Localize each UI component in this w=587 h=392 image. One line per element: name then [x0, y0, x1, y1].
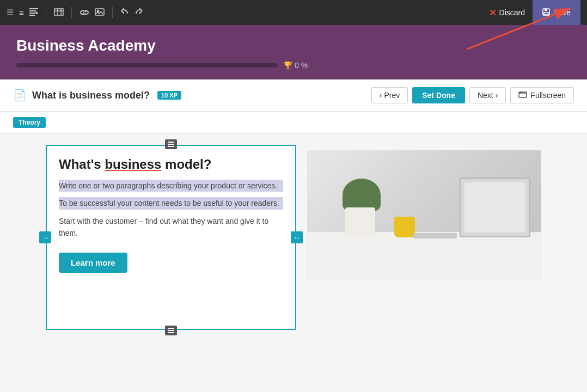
svg-rect-21: [168, 144, 174, 145]
learn-more-button[interactable]: Learn more: [59, 253, 127, 273]
desk-plant-leaves: [343, 179, 381, 211]
lesson-icon: 📄: [13, 89, 27, 102]
svg-rect-0: [29, 8, 38, 9]
xp-badge: 10 XP: [157, 91, 181, 100]
link-icon[interactable]: [80, 8, 89, 17]
block-resize-right[interactable]: ↔: [291, 231, 303, 243]
svg-rect-23: [168, 328, 174, 329]
progress-trophy: 🏆 0 %: [283, 61, 308, 70]
lesson-nav: ‹ Prev Set Done Next › Fullscreen: [371, 87, 574, 103]
desk-plant-pot: [345, 207, 375, 237]
svg-rect-20: [168, 142, 174, 143]
hero-title: Business Academy: [16, 37, 571, 54]
text-block[interactable]: → ↔ What's business model? Write one or …: [46, 145, 296, 330]
content-para-2: To be successful your content needs to b…: [59, 197, 283, 209]
toolbar-icons: ☰ ≡: [7, 7, 477, 18]
text-align-icon[interactable]: [29, 8, 38, 17]
divider-3: [112, 7, 113, 18]
toolbar-actions: ✕ Discard Save: [481, 0, 580, 25]
next-button[interactable]: Next ›: [469, 87, 506, 103]
hero-banner: Business Academy 🏆 0 %: [0, 25, 587, 79]
set-done-label: Set Done: [422, 91, 455, 100]
prev-button[interactable]: ‹ Prev: [371, 87, 408, 103]
lesson-header: 📄 What is business model? 10 XP ‹ Prev S…: [0, 79, 587, 112]
svg-rect-24: [168, 330, 174, 331]
table-icon[interactable]: [54, 8, 64, 17]
progress-label: 0 %: [295, 61, 308, 70]
block-drag-handle-top[interactable]: [165, 139, 177, 149]
list-unordered-icon[interactable]: ☰: [7, 8, 14, 17]
svg-rect-12: [545, 9, 547, 11]
prev-icon: ‹: [380, 91, 382, 100]
fullscreen-button[interactable]: Fullscreen: [510, 87, 574, 103]
discard-label: Discard: [499, 8, 525, 17]
svg-rect-22: [168, 146, 174, 147]
divider-2: [71, 7, 72, 18]
desk-surface: [307, 232, 541, 281]
svg-rect-5: [54, 9, 63, 15]
svg-rect-13: [544, 13, 548, 15]
set-done-button[interactable]: Set Done: [412, 87, 465, 103]
save-icon: [542, 8, 550, 17]
divider-1: [46, 7, 46, 18]
lesson-title: What is business model?: [32, 90, 150, 101]
lesson-body: → ↔ What's business model? Write one or …: [0, 134, 587, 341]
fullscreen-icon: [518, 91, 527, 100]
discard-x-icon: ✕: [489, 8, 496, 18]
block-drag-handle-bottom[interactable]: [165, 326, 177, 335]
svg-rect-25: [168, 332, 174, 333]
next-label: Next: [478, 91, 493, 100]
content-para-1: Write one or two paragraphs describing y…: [59, 180, 283, 192]
svg-rect-3: [29, 15, 35, 16]
svg-rect-1: [29, 10, 36, 11]
theory-badge: Theory: [13, 117, 46, 128]
image-block: [307, 150, 541, 281]
desk-laptop: [413, 233, 457, 238]
svg-point-19: [521, 93, 522, 93]
theory-badge-area: Theory: [0, 112, 587, 134]
discard-button[interactable]: ✕ Discard: [481, 4, 533, 21]
redo-icon[interactable]: [134, 8, 143, 17]
underline-word: business: [105, 157, 161, 171]
desk-cup: [394, 217, 415, 237]
trophy-icon: 🏆: [283, 61, 292, 70]
next-icon: ›: [496, 91, 498, 100]
list-ordered-icon[interactable]: ≡: [19, 8, 24, 17]
desk-monitor: [460, 177, 530, 237]
content-title: What's business model?: [59, 157, 283, 172]
svg-point-18: [520, 93, 521, 93]
fullscreen-label: Fullscreen: [530, 91, 566, 100]
lesson-title-area: 📄 What is business model? 10 XP: [13, 89, 181, 102]
save-label: Save: [553, 8, 571, 17]
image-icon[interactable]: [95, 8, 105, 17]
toolbar: ☰ ≡ ✕: [0, 0, 587, 25]
content-para-3: Start with the customer – find out what …: [59, 215, 283, 240]
desk-monitor-screen: [464, 182, 525, 232]
progress-bar-bg: [16, 63, 278, 68]
block-resize-left[interactable]: →: [39, 231, 51, 243]
undo-icon[interactable]: [120, 8, 129, 17]
progress-bar-container: 🏆 0 %: [16, 61, 571, 70]
prev-label: Prev: [384, 91, 400, 100]
save-button[interactable]: Save: [533, 0, 580, 25]
